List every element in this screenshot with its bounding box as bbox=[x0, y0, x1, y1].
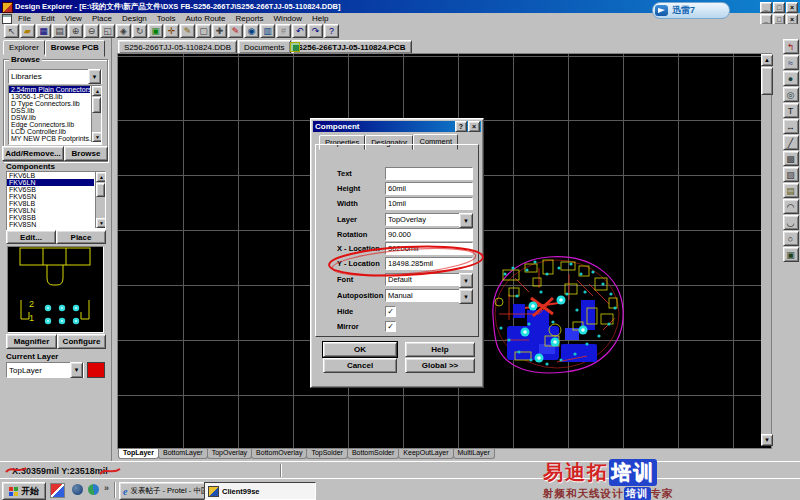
library-icon[interactable]: ▥ bbox=[260, 24, 275, 38]
highlight-pencil-icon[interactable]: ✎ bbox=[228, 24, 243, 38]
zoom-in-icon[interactable]: ⊕ bbox=[68, 24, 83, 38]
browse-button[interactable]: Browse bbox=[64, 146, 108, 161]
rotation-field[interactable]: 90.000 bbox=[385, 228, 473, 241]
pad-icon[interactable]: ● bbox=[783, 71, 799, 86]
via-icon[interactable]: ◎ bbox=[783, 87, 799, 102]
interactive-route-icon[interactable]: ↰ bbox=[783, 39, 799, 54]
hide-checkbox[interactable]: ✓ bbox=[385, 306, 396, 317]
scroll-thumb[interactable] bbox=[761, 67, 773, 95]
maximize-button[interactable]: □ bbox=[773, 2, 785, 13]
menu-item[interactable]: Design bbox=[117, 13, 152, 24]
libraries-list[interactable]: 2.54mm Plain Connectors.lib13056-1-PCB.l… bbox=[8, 85, 102, 145]
cancel-button[interactable]: Cancel bbox=[323, 358, 397, 373]
scroll-thumb[interactable] bbox=[96, 183, 105, 197]
components-scrollbar[interactable]: ▲ ▼ bbox=[95, 172, 105, 228]
menu-item[interactable]: Auto Route bbox=[181, 13, 231, 24]
line-icon[interactable]: ╱ bbox=[783, 135, 799, 150]
menu-item[interactable]: Reports bbox=[231, 13, 269, 24]
component-list-item[interactable]: FKV6SB bbox=[7, 186, 94, 193]
print-icon[interactable]: ▤ bbox=[52, 24, 67, 38]
global-button[interactable]: Global >> bbox=[405, 358, 475, 373]
library-list-item[interactable]: DSW.lib bbox=[9, 114, 90, 121]
components-list[interactable]: FKV6LBFKV6LNFKV6SBFKV6SNFKV8LBFKV8LNFKV8… bbox=[6, 171, 106, 231]
menu-item[interactable]: View bbox=[60, 13, 87, 24]
component-list-item[interactable]: FKV8SB bbox=[7, 214, 94, 221]
menu-item[interactable]: Place bbox=[87, 13, 117, 24]
component-list-item[interactable]: FKV6SN bbox=[7, 193, 94, 200]
chevron-down-icon[interactable]: ▼ bbox=[88, 69, 101, 84]
quick-launch-icon-3[interactable] bbox=[88, 484, 99, 495]
string-icon[interactable]: T bbox=[783, 103, 799, 118]
width-field[interactable]: 10mil bbox=[385, 197, 473, 210]
menu-item[interactable]: Tools bbox=[152, 13, 181, 24]
select-area-icon[interactable]: ▢ bbox=[196, 24, 211, 38]
quick-launch-icon-1[interactable] bbox=[50, 483, 65, 498]
room-icon[interactable]: ▣ bbox=[783, 247, 799, 262]
configure-button[interactable]: Configure bbox=[57, 334, 106, 349]
library-list-item[interactable]: Edge Connectors.lib bbox=[9, 121, 90, 128]
dialog-close-button[interactable]: × bbox=[468, 121, 480, 132]
panel-tab[interactable]: Browse PCB bbox=[45, 40, 105, 57]
dialog-title-bar[interactable]: Component ? × bbox=[313, 121, 481, 132]
help-icon[interactable]: ? bbox=[324, 24, 339, 38]
scroll-up-icon[interactable]: ▲ bbox=[96, 172, 106, 182]
arc-center-icon[interactable]: ◡ bbox=[783, 215, 799, 230]
open-icon[interactable]: ▰ bbox=[20, 24, 35, 38]
menu-item[interactable]: Edit bbox=[36, 13, 60, 24]
full-circle-icon[interactable]: ○ bbox=[783, 231, 799, 246]
redraw-icon[interactable]: ↻ bbox=[132, 24, 147, 38]
redo-icon[interactable]: ↷ bbox=[308, 24, 323, 38]
ok-button[interactable]: OK bbox=[323, 342, 397, 357]
quick-launch-icon-2[interactable] bbox=[72, 484, 83, 495]
xunlei-floating-button[interactable]: 迅雷7 bbox=[652, 2, 730, 19]
mdi-document-icon[interactable] bbox=[2, 14, 12, 24]
place-button[interactable]: Place bbox=[56, 230, 106, 244]
magnifier-button[interactable]: Magnifier bbox=[6, 334, 57, 349]
text-field[interactable] bbox=[385, 167, 473, 180]
document-tab[interactable]: S256-266TJJ-05-110824.PCB bbox=[292, 40, 412, 54]
scroll-thumb[interactable] bbox=[92, 97, 101, 113]
autoposition-select[interactable]: Manual bbox=[385, 289, 461, 302]
mirror-checkbox[interactable]: ✓ bbox=[385, 321, 396, 332]
library-list-item[interactable]: MY NEW PCB Footprints.lib bbox=[9, 135, 90, 142]
task-button-forum[interactable]: e 发表帖子 - Protel - 中国... bbox=[119, 482, 209, 500]
library-list-item[interactable]: LCD Controller.lib bbox=[9, 128, 90, 135]
add-remove-button[interactable]: Add/Remove... bbox=[2, 146, 64, 161]
edit-button[interactable]: Edit... bbox=[6, 230, 56, 244]
track-icon[interactable]: ≈ bbox=[783, 55, 799, 70]
fill-icon[interactable]: ▩ bbox=[783, 151, 799, 166]
libraries-scrollbar[interactable]: ▲ ▼ bbox=[91, 86, 101, 142]
library-list-item[interactable]: 2.54mm Plain Connectors.lib bbox=[9, 86, 90, 93]
component-icon[interactable]: ▣ bbox=[148, 24, 163, 38]
chevron-down-icon[interactable]: ▼ bbox=[70, 362, 83, 378]
scroll-up-icon[interactable]: ▲ bbox=[761, 54, 773, 66]
component-list-item[interactable]: FKV8SN bbox=[7, 221, 94, 228]
menu-item[interactable]: Help bbox=[307, 13, 333, 24]
save-icon[interactable]: ▦ bbox=[36, 24, 51, 38]
zoom-board-icon[interactable]: ◈ bbox=[116, 24, 131, 38]
close-button[interactable]: × bbox=[786, 2, 798, 13]
scroll-up-icon[interactable]: ▲ bbox=[92, 86, 102, 96]
chevron-down-icon[interactable]: ▼ bbox=[459, 213, 473, 228]
dialog-help-button[interactable]: ? bbox=[455, 121, 467, 132]
library-list-item[interactable]: 13056-1-PCB.lib bbox=[9, 93, 90, 100]
height-field[interactable]: 60mil bbox=[385, 182, 473, 195]
chevron-down-icon[interactable]: ▼ bbox=[459, 273, 473, 288]
chevron-more-icon[interactable]: » bbox=[104, 483, 109, 493]
start-button[interactable]: 开始 bbox=[2, 482, 46, 500]
font-select[interactable]: Default bbox=[385, 273, 461, 286]
task-button-client99se[interactable]: Client99se bbox=[204, 482, 316, 500]
menu-item[interactable]: File bbox=[13, 13, 36, 24]
help-button[interactable]: Help bbox=[405, 342, 475, 357]
zoom-out-icon[interactable]: ⊖ bbox=[84, 24, 99, 38]
component-list-item[interactable]: FKV8LB bbox=[7, 200, 94, 207]
tool-icon[interactable]: ✛ bbox=[164, 24, 179, 38]
grid-icon[interactable]: # bbox=[276, 24, 291, 38]
x-location-field[interactable]: 30206mil bbox=[385, 242, 473, 255]
scroll-down-icon[interactable]: ▼ bbox=[92, 132, 102, 142]
browse-library-icon[interactable]: ◉ bbox=[244, 24, 259, 38]
panel-tab[interactable]: Explorer bbox=[3, 40, 45, 55]
layer-select[interactable]: TopOverlay bbox=[385, 213, 461, 226]
zoom-window-icon[interactable]: ◱ bbox=[100, 24, 115, 38]
cursor-icon[interactable]: ↖ bbox=[4, 24, 19, 38]
